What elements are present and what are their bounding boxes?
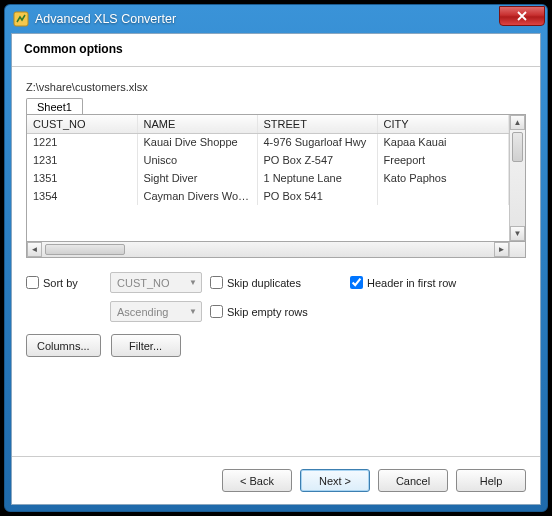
- sort-by-checkbox[interactable]: Sort by: [26, 276, 110, 289]
- skip-empty-rows-label: Skip empty rows: [227, 306, 308, 318]
- cell: Cayman Divers Worl...: [137, 187, 257, 205]
- next-button[interactable]: Next >: [300, 469, 370, 492]
- cell: 1351: [27, 169, 137, 187]
- table-row[interactable]: 1354 Cayman Divers Worl... PO Box 541: [27, 187, 509, 205]
- content-area: Z:\vshare\customers.xlsx Sheet1 CUST_NO …: [12, 67, 540, 456]
- sort-direction-value: Ascending: [117, 306, 168, 318]
- header-first-row-input[interactable]: [350, 276, 363, 289]
- skip-duplicates-input[interactable]: [210, 276, 223, 289]
- cancel-button[interactable]: Cancel: [378, 469, 448, 492]
- client-area: Common options Z:\vshare\customers.xlsx …: [11, 33, 541, 505]
- cell: Freeport: [377, 151, 509, 169]
- header-first-row-label: Header in first row: [367, 277, 456, 289]
- wizard-footer: < Back Next > Cancel Help: [12, 456, 540, 504]
- page-heading: Common options: [24, 42, 528, 56]
- scroll-left-icon[interactable]: ◄: [27, 242, 42, 257]
- help-button[interactable]: Help: [456, 469, 526, 492]
- app-icon: [13, 11, 29, 27]
- header-first-row-checkbox[interactable]: Header in first row: [350, 276, 500, 289]
- sort-by-input[interactable]: [26, 276, 39, 289]
- table-row[interactable]: 1351 Sight Diver 1 Neptune Lane Kato Pap…: [27, 169, 509, 187]
- options-panel: Sort by CUST_NO ▼ Skip duplicates Header…: [26, 272, 526, 322]
- table-row[interactable]: 1221 Kauai Dive Shoppe 4-976 Sugarloaf H…: [27, 133, 509, 151]
- grid-header-row: CUST_NO NAME STREET CITY: [27, 115, 509, 133]
- nested-button-row: Columns... Filter...: [26, 334, 526, 357]
- scroll-thumb[interactable]: [512, 132, 523, 162]
- column-header[interactable]: CITY: [377, 115, 509, 133]
- table-row[interactable]: 1231 Unisco PO Box Z-547 Freeport: [27, 151, 509, 169]
- skip-duplicates-checkbox[interactable]: Skip duplicates: [210, 276, 350, 289]
- skip-duplicates-label: Skip duplicates: [227, 277, 301, 289]
- cell: Kapaa Kauai: [377, 133, 509, 151]
- cell: [377, 187, 509, 205]
- page-header: Common options: [12, 34, 540, 67]
- file-path-label: Z:\vshare\customers.xlsx: [26, 81, 526, 93]
- sort-direction-combo[interactable]: Ascending ▼: [110, 301, 202, 322]
- close-button[interactable]: [499, 6, 545, 26]
- cell: Sight Diver: [137, 169, 257, 187]
- cell: PO Box Z-547: [257, 151, 377, 169]
- cell: 1231: [27, 151, 137, 169]
- sheet-tab-sheet1[interactable]: Sheet1: [26, 98, 83, 115]
- chevron-down-icon: ▼: [189, 307, 197, 316]
- scroll-thumb[interactable]: [45, 244, 125, 255]
- cell: Unisco: [137, 151, 257, 169]
- skip-empty-rows-input[interactable]: [210, 305, 223, 318]
- back-button[interactable]: < Back: [222, 469, 292, 492]
- scroll-corner: [509, 242, 525, 257]
- sort-by-label: Sort by: [43, 277, 78, 289]
- scroll-down-icon[interactable]: ▼: [510, 226, 525, 241]
- cell: 4-976 Sugarloaf Hwy: [257, 133, 377, 151]
- cell: 1 Neptune Lane: [257, 169, 377, 187]
- cell: PO Box 541: [257, 187, 377, 205]
- cell: Kato Paphos: [377, 169, 509, 187]
- filter-button[interactable]: Filter...: [111, 334, 181, 357]
- cell: 1221: [27, 133, 137, 151]
- column-header[interactable]: STREET: [257, 115, 377, 133]
- skip-empty-rows-checkbox[interactable]: Skip empty rows: [210, 305, 350, 318]
- horizontal-scrollbar[interactable]: ◄ ►: [26, 242, 526, 258]
- sheet-tabs: Sheet1: [26, 97, 526, 114]
- titlebar: Advanced XLS Converter: [5, 5, 547, 33]
- column-header[interactable]: CUST_NO: [27, 115, 137, 133]
- cell: 1354: [27, 187, 137, 205]
- columns-button[interactable]: Columns...: [26, 334, 101, 357]
- data-grid: CUST_NO NAME STREET CITY 1221 Kauai Dive…: [26, 114, 526, 242]
- scroll-right-icon[interactable]: ►: [494, 242, 509, 257]
- cell: Kauai Dive Shoppe: [137, 133, 257, 151]
- vertical-scrollbar[interactable]: ▲ ▼: [509, 115, 525, 241]
- column-header[interactable]: NAME: [137, 115, 257, 133]
- sort-field-value: CUST_NO: [117, 277, 170, 289]
- window-title: Advanced XLS Converter: [35, 12, 499, 26]
- scroll-up-icon[interactable]: ▲: [510, 115, 525, 130]
- close-icon: [517, 11, 527, 21]
- chevron-down-icon: ▼: [189, 278, 197, 287]
- app-window: Advanced XLS Converter Common options Z:…: [4, 4, 548, 512]
- sort-field-combo[interactable]: CUST_NO ▼: [110, 272, 202, 293]
